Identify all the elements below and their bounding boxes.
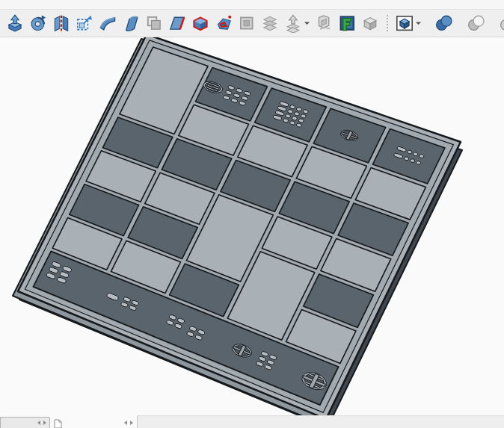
lofted-surface-icon — [121, 13, 141, 33]
sheet-icon[interactable] — [54, 418, 62, 428]
extend-surface-button[interactable] — [283, 13, 303, 33]
display-style-shaded-button[interactable] — [395, 13, 414, 33]
featureworks-icon — [337, 13, 357, 33]
solid-body-button[interactable] — [360, 13, 380, 33]
knit-surface-icon — [260, 13, 280, 33]
mirror-about-axis-button[interactable] — [52, 13, 71, 33]
scale-button[interactable] — [75, 13, 94, 33]
mirror-about-axis-icon — [52, 13, 71, 33]
toolbar-separator — [387, 15, 390, 31]
bottom-bar — [0, 415, 504, 428]
swept-surface-icon — [98, 13, 117, 33]
combine-add-button[interactable] — [434, 13, 454, 33]
untrim-surface-icon — [237, 13, 256, 33]
combine-add-icon — [434, 13, 454, 33]
knit-surface-button[interactable] — [260, 13, 280, 33]
bottom-strip[interactable] — [137, 415, 504, 428]
panel-model[interactable] — [0, 37, 504, 415]
untrim-surface-button[interactable] — [237, 13, 256, 33]
display-style-shaded-icon — [395, 13, 414, 33]
pane-nav-left-icon[interactable] — [124, 421, 127, 425]
display-style-shaded-dropdown-arrow-icon[interactable] — [414, 13, 422, 33]
feature-toolbar — [0, 10, 504, 37]
planar-surface-button[interactable] — [168, 13, 187, 33]
viewport-3d[interactable] — [0, 37, 504, 415]
window-title-strip — [0, 0, 504, 10]
revolved-surface-icon — [28, 13, 48, 33]
scale-icon — [75, 13, 94, 33]
tab-nav-right-icon[interactable] — [43, 421, 46, 425]
delete-face-icon — [214, 13, 233, 33]
combine-subtract-button[interactable] — [467, 13, 486, 33]
revolved-surface-button[interactable] — [28, 13, 48, 33]
tab-nav-left-icon[interactable] — [37, 421, 40, 425]
pane-nav-right-icon[interactable] — [130, 421, 133, 425]
offset-surface-icon — [144, 13, 164, 33]
planar-surface-icon — [168, 13, 187, 33]
combine-subtract-icon — [467, 13, 486, 33]
offset-surface-button[interactable] — [144, 13, 164, 33]
extruded-surface-button[interactable] — [5, 13, 25, 33]
combine-intersect-icon — [499, 13, 504, 33]
featureworks-button[interactable] — [337, 13, 357, 33]
solid-body-icon — [360, 13, 380, 33]
extend-surface-dropdown-arrow-icon[interactable] — [303, 13, 310, 33]
panel-part[interactable] — [13, 37, 462, 415]
thicken-icon — [314, 13, 334, 33]
swept-surface-button[interactable] — [98, 13, 117, 33]
replace-face-button[interactable] — [191, 13, 210, 33]
replace-face-icon — [191, 13, 210, 33]
delete-face-button[interactable] — [214, 13, 233, 33]
extend-surface-icon — [283, 13, 303, 33]
thicken-button[interactable] — [314, 13, 334, 33]
extruded-surface-icon — [5, 13, 25, 33]
combine-intersect-button[interactable] — [499, 13, 504, 33]
lofted-surface-button[interactable] — [121, 13, 141, 33]
sheet-tab[interactable] — [0, 417, 50, 428]
